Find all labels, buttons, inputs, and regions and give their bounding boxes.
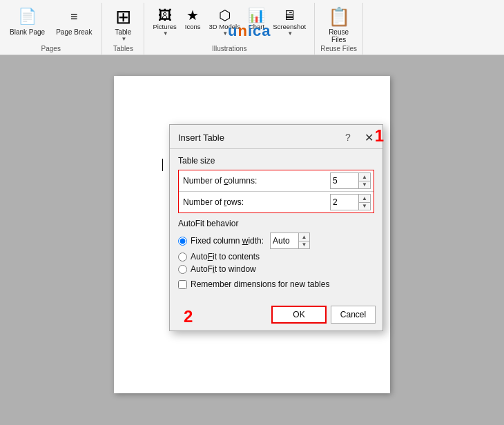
tables-group-items: ⊞ Table ▼ — [108, 4, 138, 45]
table-size-label: Table size — [178, 156, 374, 166]
page-break-label: Page Break — [56, 28, 92, 36]
blank-page-icon: 📄 — [17, 6, 39, 28]
annotation-2: 2 — [184, 307, 193, 326]
screenshot-icon: 🖥 — [282, 8, 297, 23]
fixed-width-select[interactable]: ▲ ▼ — [270, 233, 310, 249]
rows-label: Number of rows: — [182, 197, 330, 207]
unica-u: u — [228, 22, 238, 39]
3d-models-dropdown-arrow: ▼ — [222, 30, 228, 37]
screenshot-button[interactable]: 🖥 Screenshot ▼ — [270, 7, 309, 37]
blank-page-button[interactable]: 📄 Blank Page — [6, 4, 49, 37]
reuse-files-group-label: Reuse Files — [320, 45, 357, 55]
table-dropdown-arrow: ▼ — [121, 36, 126, 42]
dialog-body: Table size Number of columns: ▲ ▼ — [170, 149, 382, 303]
document-area: Insert Table ? ✕ 1 Table size Number of … — [0, 55, 504, 425]
icons-button[interactable]: ★ Icons — [182, 7, 204, 31]
pictures-icon: 🖼 — [157, 8, 173, 23]
dialog-overlay: Insert Table ? ✕ 1 Table size Number of … — [0, 55, 504, 425]
autofit-section: AutoFit behavior Fixed column width: — [178, 219, 374, 274]
tables-group-label: Tables — [113, 45, 133, 55]
autofit-contents-radio[interactable] — [178, 253, 187, 261]
fixed-width-radio[interactable] — [178, 237, 187, 246]
icons-label: Icons — [185, 23, 201, 30]
remember-checkbox[interactable] — [178, 280, 187, 289]
reuse-files-icon: 📋 — [328, 6, 350, 28]
remember-checkbox-row: Remember dimensions for new tables — [178, 279, 374, 289]
screenshot-label: Screenshot — [273, 23, 306, 30]
ribbon-group-pages: 📄 Blank Page ≡ Page Break Pages — [0, 3, 102, 55]
pages-group-label: Pages — [41, 45, 61, 55]
autofit-contents-label: AutoFit to contents — [191, 252, 260, 261]
ribbon-group-tables: ⊞ Table ▼ Tables — [102, 3, 144, 55]
columns-label: Number of columns: — [182, 176, 330, 186]
autofit-window-label: AutoFit to window — [191, 264, 256, 274]
ribbon-group-illustrations: 🖼 Pictures ▼ ★ Icons ⬡ 3D Models ▼ 📊 Cha… — [144, 3, 315, 55]
screenshot-dropdown-arrow: ▼ — [287, 30, 293, 37]
reuse-files-group-items: 📋 ReuseFiles — [324, 4, 354, 45]
columns-spinner-buttons: ▲ ▼ — [358, 173, 370, 188]
unica-logo: unica — [228, 22, 271, 40]
page-break-button[interactable]: ≡ Page Break — [52, 4, 96, 37]
illustrations-group-label: Illustrations — [212, 45, 247, 55]
fixed-width-label: Fixed column width: — [191, 236, 264, 246]
rows-row: Number of rows: ▲ ▼ — [179, 192, 374, 212]
columns-spinner[interactable]: ▲ ▼ — [330, 172, 371, 189]
rows-up-button[interactable]: ▲ — [359, 195, 370, 203]
unica-c: c — [253, 22, 262, 39]
pictures-dropdown-arrow: ▼ — [163, 30, 168, 37]
insert-table-dialog: Insert Table ? ✕ 1 Table size Number of … — [169, 124, 383, 331]
autofit-radio-group: Fixed column width: ▲ ▼ — [178, 233, 374, 274]
fixed-width-input[interactable] — [271, 233, 298, 248]
table-icon: ⊞ — [112, 6, 134, 28]
pictures-label: Pictures — [153, 23, 176, 30]
ok-button[interactable]: OK — [271, 306, 327, 324]
unica-a: a — [262, 22, 271, 39]
dialog-help-button[interactable]: ? — [341, 132, 355, 143]
dialog-titlebar: Insert Table ? ✕ 1 — [170, 125, 382, 149]
reuse-files-label: ReuseFiles — [329, 28, 349, 43]
rows-spinner-buttons: ▲ ▼ — [358, 195, 370, 210]
rows-input[interactable] — [331, 195, 358, 210]
reuse-files-button[interactable]: 📋 ReuseFiles — [324, 4, 354, 45]
columns-input[interactable] — [331, 173, 358, 188]
table-button[interactable]: ⊞ Table ▼ — [108, 4, 138, 43]
page-break-icon: ≡ — [63, 6, 85, 28]
blank-page-label: Blank Page — [10, 28, 45, 36]
remember-label: Remember dimensions for new tables — [191, 279, 329, 289]
autofit-window-radio[interactable] — [178, 265, 187, 274]
fixed-width-arrows: ▲ ▼ — [298, 233, 309, 248]
annotation-1: 1 — [375, 126, 384, 146]
columns-down-button[interactable]: ▼ — [359, 181, 370, 189]
icons-icon: ★ — [185, 8, 200, 23]
columns-up-button[interactable]: ▲ — [359, 173, 370, 181]
dialog-title: Insert Table — [178, 132, 341, 143]
chart-icon: 📊 — [249, 8, 264, 23]
dialog-footer: 2 OK Cancel — [170, 303, 382, 330]
autofit-window-row: AutoFit to window — [178, 264, 374, 274]
autofit-label: AutoFit behavior — [178, 219, 374, 228]
fixed-up-button[interactable]: ▲ — [299, 233, 309, 241]
3d-models-icon: ⬡ — [217, 8, 232, 23]
cancel-button[interactable]: Cancel — [331, 306, 376, 324]
rows-down-button[interactable]: ▼ — [359, 203, 370, 210]
ribbon-group-reuse-files: 📋 ReuseFiles Reuse Files — [315, 3, 363, 55]
pages-group-items: 📄 Blank Page ≡ Page Break — [6, 4, 96, 45]
unica-n: n — [238, 22, 247, 39]
pictures-button[interactable]: 🖼 Pictures ▼ — [150, 7, 179, 37]
table-label: Table — [115, 28, 131, 36]
ribbon: 📄 Blank Page ≡ Page Break Pages ⊞ Table … — [0, 0, 504, 55]
fixed-width-row: Fixed column width: ▲ ▼ — [178, 233, 374, 249]
unica-i: i — [248, 22, 253, 39]
autofit-contents-row: AutoFit to contents — [178, 252, 374, 261]
columns-row: Number of columns: ▲ ▼ — [179, 170, 374, 192]
table-size-fields: Number of columns: ▲ ▼ N — [178, 170, 374, 213]
fixed-down-button[interactable]: ▼ — [299, 241, 309, 249]
rows-spinner[interactable]: ▲ ▼ — [330, 194, 371, 210]
